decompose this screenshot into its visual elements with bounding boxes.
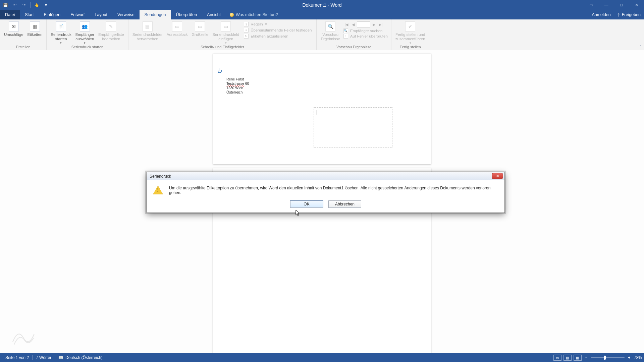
first-record-icon[interactable]: |◀ bbox=[343, 21, 350, 27]
text-cursor bbox=[317, 110, 317, 115]
labels-icon: ▦ bbox=[30, 21, 40, 32]
address-block-button[interactable]: ▭ Adressblock bbox=[165, 21, 190, 37]
word-count[interactable]: 7 Wörter bbox=[33, 355, 55, 360]
sender-line-2-rest: 60 bbox=[244, 81, 249, 85]
save-icon[interactable]: 💾 bbox=[2, 2, 9, 8]
window-title: Dokument1 - Word bbox=[302, 2, 341, 8]
finish-merge-button[interactable]: ✔ Fertig stellen und zusammenführen ▾ bbox=[393, 21, 427, 45]
next-record-icon[interactable]: ▶ bbox=[371, 21, 377, 27]
address-icon: ▭ bbox=[172, 21, 182, 32]
labels-label: Etiketten bbox=[28, 33, 43, 37]
zoom-value[interactable]: 78% bbox=[634, 355, 642, 360]
tab-mailings[interactable]: Sendungen bbox=[140, 10, 171, 19]
highlight-icon: ▤ bbox=[143, 21, 153, 32]
zoom-slider[interactable] bbox=[591, 357, 625, 358]
record-number-input[interactable] bbox=[357, 21, 370, 27]
address-block-label: Adressblock bbox=[167, 33, 188, 37]
sender-line-1: Rene Fürst bbox=[226, 77, 249, 81]
insert-merge-field-button[interactable]: ▭ Seriendruckfeld einfügen ▾ bbox=[210, 21, 241, 45]
undo-icon[interactable]: ↶ bbox=[11, 2, 18, 8]
qat-customize-icon[interactable]: ▾ bbox=[43, 2, 49, 8]
tab-view[interactable]: Ansicht bbox=[202, 10, 226, 19]
sender-line-2: Teststrasse 60 bbox=[226, 81, 249, 86]
group-start-label: Seriendruck starten bbox=[49, 44, 126, 50]
dialog-message: Um die ausgewählte Etikettoption zu über… bbox=[169, 186, 498, 195]
envelope-icon: ✉ bbox=[9, 21, 19, 32]
edit-recipients-button[interactable]: ✎ Empfängerliste bearbeiten bbox=[96, 21, 126, 41]
zoom-out-button[interactable]: − bbox=[584, 355, 589, 360]
envelopes-button[interactable]: ✉ Umschläge bbox=[2, 21, 25, 37]
find-recipient-button[interactable]: 🔍 Empfänger suchen bbox=[342, 28, 389, 34]
dialog-titlebar[interactable]: Seriendruck ✕ bbox=[147, 172, 504, 180]
find-icon: 🔍 bbox=[343, 28, 348, 33]
language-indicator[interactable]: 📖 Deutsch (Österreich) bbox=[55, 355, 106, 360]
ribbon-display-icon[interactable]: ▭ bbox=[584, 0, 599, 10]
check-errors-button[interactable]: ! Auf Fehler überprüfen bbox=[342, 34, 389, 39]
tab-insert[interactable]: Einfügen bbox=[39, 10, 65, 19]
mailmerge-icon: 📄 bbox=[56, 21, 66, 32]
page-1[interactable]: Rene Fürst Teststrasse 60 1230 Wien Öste… bbox=[213, 54, 431, 164]
edit-recipients-label: Empfängerliste bearbeiten bbox=[98, 33, 124, 41]
highlight-fields-label: Seriendruckfelder hervorheben bbox=[132, 33, 163, 41]
find-recipient-label: Empfänger suchen bbox=[350, 29, 383, 33]
tell-me-search[interactable]: Was möchten Sie tun? bbox=[226, 10, 282, 19]
greeting-line-button[interactable]: ▭ Grußzeile bbox=[190, 21, 210, 37]
tab-file[interactable]: Datei bbox=[0, 10, 20, 19]
tab-references[interactable]: Verweise bbox=[112, 10, 140, 19]
envelopes-label: Umschläge bbox=[4, 33, 23, 37]
close-icon[interactable]: ✕ bbox=[629, 0, 644, 10]
highlight-fields-button[interactable]: ▤ Seriendruckfelder hervorheben bbox=[130, 21, 165, 41]
ribbon: ✉ Umschläge ▦ Etiketten Erstellen 📄 Seri… bbox=[0, 19, 644, 50]
errors-icon: ! bbox=[343, 34, 348, 39]
select-recipients-button[interactable]: 👥 Empfänger auswählen ▾ bbox=[73, 21, 96, 45]
match-icon: ≡ bbox=[244, 28, 249, 33]
zoom-slider-thumb[interactable] bbox=[604, 356, 606, 360]
group-write-label: Schreib- und Einfügefelder bbox=[130, 44, 315, 50]
read-mode-icon[interactable]: ▭ bbox=[553, 355, 561, 361]
quick-access-toolbar: 💾 ↶ ↷ 👆 ▾ bbox=[0, 2, 51, 8]
touch-mode-icon[interactable]: 👆 bbox=[33, 2, 40, 8]
redo-icon[interactable]: ↷ bbox=[21, 2, 28, 8]
record-navigation: |◀ ◀ ▶ ▶| bbox=[342, 21, 389, 28]
zoom-in-button[interactable]: + bbox=[627, 355, 632, 360]
finish-merge-label: Fertig stellen und zusammenführen bbox=[395, 33, 425, 41]
share-icon: ⇧ bbox=[617, 12, 621, 17]
anchor-icon bbox=[217, 68, 221, 73]
tab-design[interactable]: Entwurf bbox=[65, 10, 90, 19]
spelling-error: Teststrasse bbox=[226, 81, 244, 85]
title-bar: 💾 ↶ ↷ 👆 ▾ Dokument1 - Word ▭ — □ ✕ bbox=[0, 0, 644, 10]
update-labels-label: Etiketten aktualisieren bbox=[251, 34, 288, 38]
web-layout-icon[interactable]: ▦ bbox=[574, 355, 582, 361]
page-indicator[interactable]: Seite 1 von 2 bbox=[2, 355, 32, 360]
print-layout-icon[interactable]: ▤ bbox=[564, 355, 572, 361]
qat-separator bbox=[30, 2, 31, 8]
match-fields-button[interactable]: ≡ Übereinstimmende Felder festlegen bbox=[243, 27, 313, 33]
start-mailmerge-button[interactable]: 📄 Seriendruck starten ▾ bbox=[49, 21, 73, 45]
dialog-close-button[interactable]: ✕ bbox=[492, 173, 503, 179]
preview-results-button[interactable]: 🔍 Vorschau Ergebnisse bbox=[319, 21, 342, 41]
group-preview: 🔍 Vorschau Ergebnisse |◀ ◀ ▶ ▶| 🔍 Empfän… bbox=[317, 19, 391, 50]
last-record-icon[interactable]: ▶| bbox=[378, 21, 384, 27]
group-start-mailmerge: 📄 Seriendruck starten ▾ 👥 Empfänger ausw… bbox=[47, 19, 128, 50]
recipient-address-frame[interactable] bbox=[314, 107, 392, 147]
bulb-icon bbox=[230, 13, 234, 17]
minimize-icon[interactable]: — bbox=[599, 0, 614, 10]
rules-button[interactable]: § Regeln ▾ bbox=[243, 21, 313, 27]
tab-review[interactable]: Überprüfen bbox=[171, 10, 202, 19]
signin-link[interactable]: Anmelden bbox=[592, 12, 610, 17]
prev-record-icon[interactable]: ◀ bbox=[350, 21, 356, 27]
tab-layout[interactable]: Layout bbox=[90, 10, 112, 19]
ok-button[interactable]: OK bbox=[290, 200, 323, 208]
cancel-button[interactable]: Abbrechen bbox=[328, 200, 361, 208]
update-labels-button[interactable]: ↻ Etiketten aktualisieren bbox=[243, 34, 313, 39]
zoom-control: − + 78% bbox=[584, 355, 642, 360]
sender-address[interactable]: Rene Fürst Teststrasse 60 1230 Wien Öste… bbox=[226, 77, 249, 95]
dropdown-icon: ▾ bbox=[265, 22, 267, 26]
labels-button[interactable]: ▦ Etiketten bbox=[25, 21, 45, 37]
share-button[interactable]: ⇧ Freigeben bbox=[617, 12, 641, 17]
group-finish: ✔ Fertig stellen und zusammenführen ▾ Fe… bbox=[391, 19, 429, 50]
maximize-icon[interactable]: □ bbox=[614, 0, 629, 10]
greeting-line-label: Grußzeile bbox=[192, 33, 208, 37]
collapse-ribbon-icon[interactable]: ˆ bbox=[640, 45, 641, 49]
tab-start[interactable]: Start bbox=[20, 10, 39, 19]
